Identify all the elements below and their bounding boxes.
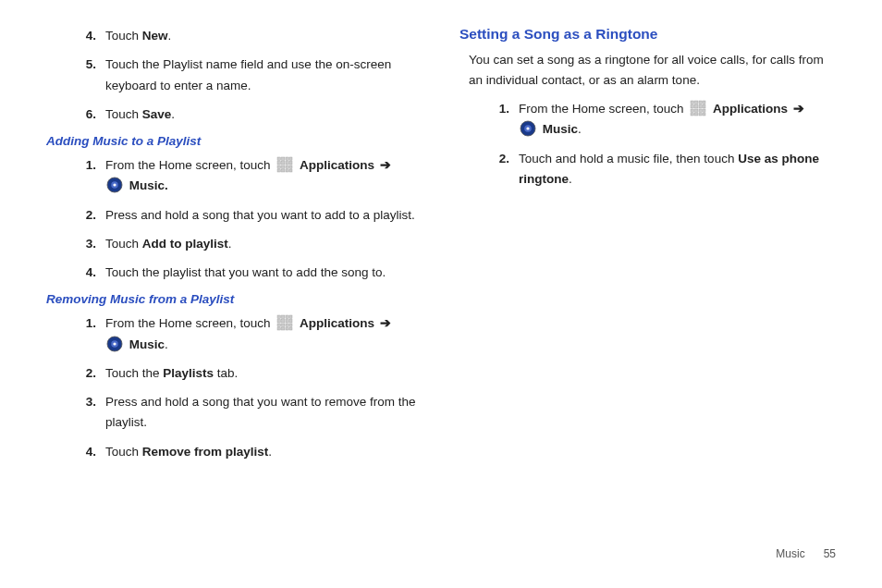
svg-rect-3	[290, 157, 293, 161]
svg-rect-41	[695, 101, 699, 104]
step-body: Touch the Playlists tab.	[105, 363, 423, 384]
step-number: 2.	[81, 363, 105, 384]
step-number: 1.	[81, 155, 105, 197]
step-number: 2.	[81, 205, 105, 226]
svg-rect-42	[699, 101, 703, 104]
apps-grid-icon	[276, 156, 293, 173]
svg-rect-45	[695, 105, 699, 109]
intro-text: You can set a song as a ringtone for all…	[469, 50, 836, 90]
list-item: 2. Touch and hold a music file, then tou…	[495, 149, 836, 190]
arrow-icon: ➔	[380, 158, 391, 172]
svg-point-59	[526, 128, 529, 130]
svg-rect-48	[691, 109, 694, 113]
step-number: 4.	[81, 26, 105, 46]
svg-rect-22	[286, 315, 289, 319]
svg-rect-31	[290, 324, 293, 327]
footer-page-number: 55	[824, 547, 836, 560]
svg-rect-11	[290, 165, 293, 169]
list-item: 4. Touch New.	[81, 26, 423, 46]
svg-rect-7	[290, 162, 293, 165]
apps-grid-icon	[276, 314, 293, 331]
svg-rect-25	[282, 320, 286, 324]
svg-rect-55	[704, 114, 706, 116]
svg-rect-26	[286, 320, 289, 324]
svg-rect-43	[704, 101, 706, 104]
list-item: 3. Touch Add to playlist.	[81, 234, 423, 254]
step-body: Touch and hold a music file, then touch …	[519, 149, 836, 190]
list-item: 2. Press and hold a song that you want t…	[81, 205, 423, 226]
list-item: 4. Touch Remove from playlist.	[81, 442, 423, 462]
list-item: 2. Touch the Playlists tab.	[81, 363, 423, 384]
step-body: Press and hold a song that you want to a…	[105, 205, 423, 226]
step-number: 3.	[81, 234, 105, 254]
svg-rect-44	[691, 105, 694, 109]
svg-point-19	[113, 184, 116, 187]
svg-rect-0	[277, 157, 281, 161]
svg-rect-29	[282, 324, 286, 327]
music-disc-icon	[106, 177, 123, 193]
svg-rect-28	[277, 324, 281, 327]
svg-rect-33	[282, 328, 286, 331]
step-body: Touch Save.	[105, 104, 423, 125]
step-number: 2.	[495, 149, 519, 190]
steps-add: 1. From the Home screen, touch Applicati…	[46, 155, 423, 283]
svg-rect-8	[277, 165, 281, 169]
svg-rect-54	[699, 114, 703, 116]
page-columns: 4. Touch New. 5. Touch the Playlist name…	[46, 26, 836, 471]
list-item: 4. Touch the playlist that you want to a…	[81, 263, 423, 283]
svg-rect-6	[286, 162, 289, 165]
step-number: 5.	[81, 55, 105, 96]
svg-rect-52	[691, 114, 694, 116]
svg-rect-10	[286, 165, 289, 169]
step-body: Touch Remove from playlist.	[105, 442, 423, 462]
svg-rect-2	[286, 157, 289, 161]
right-column: Setting a Song as a Ringtone You can set…	[459, 26, 836, 471]
list-item: 5. Touch the Playlist name field and use…	[81, 55, 423, 96]
svg-rect-14	[286, 170, 289, 173]
step-number: 6.	[81, 104, 105, 125]
svg-rect-53	[695, 114, 699, 116]
left-column: 4. Touch New. 5. Touch the Playlist name…	[46, 26, 423, 471]
step-body: Touch the playlist that you want to add …	[105, 263, 423, 283]
steps-continued: 4. Touch New. 5. Touch the Playlist name…	[46, 26, 423, 125]
music-disc-icon	[106, 336, 123, 352]
svg-rect-46	[699, 105, 703, 109]
svg-rect-35	[290, 328, 293, 331]
heading-adding-music: Adding Music to a Playlist	[46, 134, 423, 148]
svg-rect-21	[282, 315, 286, 319]
svg-rect-34	[286, 328, 289, 331]
svg-point-39	[113, 342, 116, 345]
svg-rect-13	[282, 170, 286, 173]
svg-rect-27	[290, 320, 293, 324]
svg-rect-5	[282, 162, 286, 165]
list-item: 3. Press and hold a song that you want t…	[81, 392, 423, 434]
step-body: From the Home screen, touch Applications…	[105, 313, 423, 355]
svg-rect-49	[695, 109, 699, 113]
svg-rect-40	[691, 101, 694, 104]
svg-rect-15	[290, 170, 293, 173]
list-item: 1. From the Home screen, touch Applicati…	[495, 99, 836, 141]
svg-rect-50	[699, 109, 703, 113]
svg-rect-23	[290, 315, 293, 319]
step-number: 3.	[81, 392, 105, 434]
svg-rect-9	[282, 165, 286, 169]
list-item: 1. From the Home screen, touch Applicati…	[81, 313, 423, 355]
step-body: Touch Add to playlist.	[105, 234, 423, 254]
list-item: 6. Touch Save.	[81, 104, 423, 125]
heading-ringtone: Setting a Song as a Ringtone	[459, 26, 836, 43]
steps-ringtone: 1. From the Home screen, touch Applicati…	[459, 99, 836, 190]
step-body: From the Home screen, touch Applications…	[105, 155, 423, 197]
svg-rect-4	[277, 162, 281, 165]
list-item: 1. From the Home screen, touch Applicati…	[81, 155, 423, 197]
steps-remove: 1. From the Home screen, touch Applicati…	[46, 313, 423, 462]
step-body: Touch the Playlist name field and use th…	[105, 55, 423, 96]
step-number: 1.	[495, 99, 519, 141]
svg-rect-51	[704, 109, 706, 113]
svg-rect-1	[282, 157, 286, 161]
svg-rect-32	[277, 328, 281, 331]
step-number: 1.	[81, 313, 105, 355]
svg-rect-20	[277, 315, 281, 319]
heading-removing-music: Removing Music from a Playlist	[46, 292, 423, 306]
step-body: Touch New.	[105, 26, 423, 46]
arrow-icon: ➔	[380, 316, 391, 330]
